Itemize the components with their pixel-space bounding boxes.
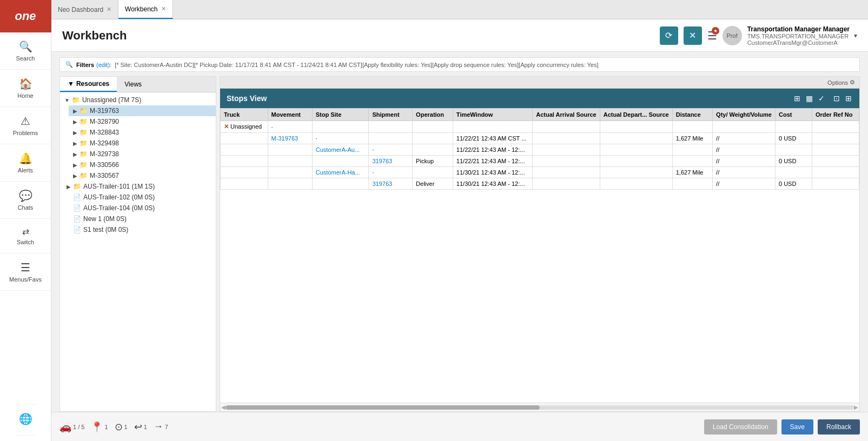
site-link-3[interactable]: CustomerA-Au...: [316, 146, 360, 153]
bottom-nav-count: 📍 1: [91, 421, 108, 433]
tab-neo-dashboard[interactable]: Neo Dashboard ✕: [51, 0, 118, 19]
table-container[interactable]: Truck Movement Stop Site Shipment Operat…: [220, 108, 859, 403]
load-consolidation-button[interactable]: Load Consolidation: [704, 419, 777, 435]
forward-icon: →: [154, 421, 163, 432]
sidebar-item-switch-wrap: ⇄ Switch: [0, 219, 51, 253]
sidebar-label-switch: Switch: [17, 239, 34, 245]
tree-label-new1: New 1 (0M 0S): [83, 215, 127, 223]
tree-item-aus-trailer-102[interactable]: 📄 AUS-Trailer-102 (0M 0S): [69, 192, 216, 203]
save-button[interactable]: Save: [781, 419, 813, 435]
tree-item-unassigned[interactable]: ▼ 📁 Unassigned (7M 7S): [60, 95, 216, 105]
tree-item-aus-trailer-104[interactable]: 📄 AUS-Trailer-104 (0M 0S): [69, 203, 216, 213]
folder-icon-m330567: 📁: [79, 172, 88, 179]
tree-item-m330566[interactable]: ▶ 📁 M-330566: [69, 159, 216, 170]
sidebar-label-search: Search: [16, 55, 35, 62]
sidebar-label-problems: Problems: [13, 130, 38, 136]
cell-order-3: [812, 144, 859, 156]
refresh-button[interactable]: ⟳: [660, 26, 678, 45]
cell-truck-6: [221, 178, 268, 190]
stops-icon-btn-2[interactable]: ▦: [805, 93, 814, 104]
tab-views[interactable]: Views: [117, 77, 149, 92]
user-dropdown-arrow[interactable]: ▾: [854, 32, 857, 39]
sidebar-item-menus[interactable]: ☰ Menus/Favs: [0, 253, 51, 291]
nav-icon: 📍: [91, 421, 103, 433]
tree-item-m330567[interactable]: ▶ 📁 M-330567: [69, 170, 216, 181]
horizontal-scrollbar-area[interactable]: ◀ ▶: [220, 403, 859, 411]
stops-table: Truck Movement Stop Site Shipment Operat…: [220, 108, 859, 190]
cell-site-5: CustomerA-Ha...: [312, 167, 369, 178]
sidebar-label-alerts: Alerts: [18, 167, 33, 173]
app-logo[interactable]: one: [0, 0, 51, 32]
movement-link-2[interactable]: M-319763: [271, 135, 299, 142]
panel-tabs: ▼ Resources Views: [60, 77, 216, 92]
rollback-button[interactable]: Rollback: [818, 419, 860, 435]
tree-item-aus-trailer-101[interactable]: ▶ 📁 AUS-Trailer-101 (1M 1S): [62, 181, 216, 192]
workbench-tab-label: Workbench: [125, 5, 157, 13]
sidebar-label-chats: Chats: [18, 204, 34, 211]
menu-badge: ★: [712, 27, 719, 35]
tree-item-m328843[interactable]: ▶ 📁 M-328843: [69, 127, 216, 138]
bell-icon: 🔔: [19, 152, 32, 165]
sidebar-item-problems[interactable]: ⚠ Problems: [0, 107, 51, 144]
sidebar-label-menus: Menus/Favs: [9, 276, 42, 283]
tree-item-m329738[interactable]: ▶ 📁 M-329738: [69, 149, 216, 159]
tab-resources[interactable]: ▼ Resources: [60, 77, 117, 92]
h-scrollbar[interactable]: [226, 405, 854, 410]
doc-icon-s1test: 📄: [73, 226, 81, 233]
cell-movement-6: [268, 178, 312, 190]
sidebar-item-search[interactable]: 🔍 Search: [0, 32, 51, 70]
cell-tw-6: 11/30/21 12:43 AM - 12:...: [453, 178, 532, 190]
options-button[interactable]: Options ⚙: [827, 79, 855, 86]
cell-truck-5: [221, 167, 268, 178]
row-x-icon[interactable]: ✕: [224, 123, 229, 130]
stops-icon-btn-1[interactable]: ⊞: [793, 93, 801, 104]
filter-text: [* Site: CustomerA-Austin DC][* Pickup D…: [115, 62, 598, 68]
shipment-link-6[interactable]: 319763: [372, 181, 392, 187]
main-area: Neo Dashboard ✕ Workbench ✕ Workbench ⟳ …: [51, 0, 868, 441]
h-scrollbar-thumb[interactable]: [226, 405, 540, 410]
cell-order-6: [812, 178, 859, 190]
close-button[interactable]: ✕: [684, 26, 702, 45]
tree-item-m319763[interactable]: ▶ 📁 M-319763: [69, 105, 216, 116]
cell-movement-4: [268, 156, 312, 167]
th-stop-site: Stop Site: [312, 109, 369, 121]
tab-workbench[interactable]: Workbench ✕: [118, 0, 173, 19]
stops-icon-btn-4[interactable]: ⊡: [832, 93, 841, 104]
folder-icon-m330566: 📁: [79, 161, 88, 169]
user-profile[interactable]: Transportation Manager Manager TMS.TRANS…: [747, 25, 857, 46]
scroll-right-arrow[interactable]: ▶: [854, 404, 858, 410]
truck-label-1: Unassigned: [230, 123, 262, 130]
cell-cost-4: 0 USD: [775, 156, 812, 167]
tree-arrow-m329738: ▶: [73, 151, 77, 157]
table-row: 319763 Deliver 11/30/21 12:43 AM - 12:..…: [221, 178, 859, 190]
tree-item-s1test[interactable]: 📄 S1 test (0M 0S): [69, 224, 216, 235]
cell-order-1: [812, 121, 859, 133]
sidebar-item-switch[interactable]: ⇄ Switch: [0, 219, 51, 253]
sidebar-item-home[interactable]: 🏠 Home: [0, 70, 51, 107]
tree-item-m328790[interactable]: ▶ 📁 M-328790: [69, 116, 216, 127]
workbench-tab-close[interactable]: ✕: [161, 5, 166, 12]
filter-edit-link[interactable]: (edit):: [96, 62, 111, 68]
cell-movement-1: ·: [268, 121, 312, 133]
menu-button[interactable]: ☰ ★: [707, 29, 717, 42]
sidebar-item-chats[interactable]: 💬 Chats: [0, 182, 51, 219]
th-shipment: Shipment: [369, 109, 413, 121]
scroll-left-arrow[interactable]: ◀: [221, 404, 226, 410]
neo-dashboard-tab-label: Neo Dashboard: [58, 6, 103, 14]
tree-item-m329498[interactable]: ▶ 📁 M-329498: [69, 138, 216, 149]
cell-movement-3: [268, 144, 312, 156]
switch-icon: ⇄: [22, 226, 29, 237]
sidebar-bottom: 🌐: [11, 399, 41, 441]
user-email: CustomerATransMgr@CustomerA: [747, 39, 850, 46]
tree-item-new1[interactable]: 📄 New 1 (0M 0S): [69, 213, 216, 224]
th-cost: Cost: [775, 109, 812, 121]
sidebar-item-alerts[interactable]: 🔔 Alerts: [0, 144, 51, 182]
sidebar: one 🔍 Search 🏠 Home ⚠ Problems 🔔 Alerts …: [0, 0, 51, 441]
tree-label-m319763: M-319763: [90, 107, 119, 115]
site-link-5[interactable]: CustomerA-Ha...: [316, 169, 360, 176]
sidebar-item-settings[interactable]: 🌐: [16, 404, 35, 436]
stops-icon-btn-3[interactable]: ✓: [817, 93, 826, 104]
stops-icon-btn-5[interactable]: ⊞: [844, 93, 853, 104]
neo-dashboard-tab-close[interactable]: ✕: [107, 6, 111, 13]
shipment-link-4[interactable]: 319763: [372, 158, 392, 164]
